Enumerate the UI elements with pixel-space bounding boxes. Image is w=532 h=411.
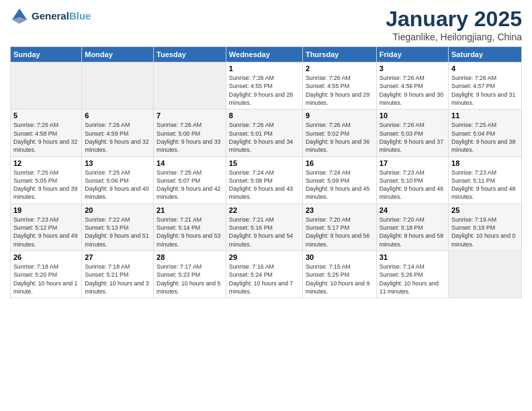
day-number: 22 [229, 206, 300, 214]
day-number: 3 [380, 64, 445, 73]
day-detail: Sunrise: 7:26 AM Sunset: 5:00 PM Dayligh… [157, 121, 223, 154]
day-detail: Sunrise: 7:21 AM Sunset: 5:14 PM Dayligh… [157, 216, 223, 248]
day-number: 10 [380, 111, 445, 120]
col-wednesday: Wednesday [226, 47, 302, 62]
col-monday: Monday [82, 47, 154, 62]
day-detail: Sunrise: 7:25 AM Sunset: 5:06 PM Dayligh… [85, 169, 150, 201]
day-detail: Sunrise: 7:26 AM Sunset: 5:01 PM Dayligh… [229, 121, 300, 154]
day-detail: Sunrise: 7:22 AM Sunset: 5:13 PM Dayligh… [85, 216, 150, 248]
day-detail: Sunrise: 7:20 AM Sunset: 5:18 PM Dayligh… [380, 216, 445, 248]
logo-text: GeneralBlue [32, 10, 91, 21]
day-detail: Sunrise: 7:25 AM Sunset: 5:07 PM Dayligh… [157, 169, 223, 201]
day-detail: Sunrise: 7:23 AM Sunset: 5:12 PM Dayligh… [13, 216, 79, 248]
col-sunday: Sunday [11, 47, 82, 62]
day-cell: 5Sunrise: 7:26 AM Sunset: 4:58 PM Daylig… [11, 109, 82, 156]
day-cell: 11Sunrise: 7:25 AM Sunset: 5:04 PM Dayli… [449, 109, 522, 156]
day-detail: Sunrise: 7:26 AM Sunset: 4:55 PM Dayligh… [229, 74, 300, 107]
day-number: 28 [157, 253, 223, 261]
day-cell: 26Sunrise: 7:18 AM Sunset: 5:20 PM Dayli… [11, 251, 82, 298]
day-number: 29 [229, 253, 300, 261]
col-friday: Friday [376, 47, 448, 62]
day-number: 5 [13, 111, 79, 120]
day-cell: 1Sunrise: 7:26 AM Sunset: 4:55 PM Daylig… [226, 62, 302, 109]
day-cell: 31Sunrise: 7:14 AM Sunset: 5:26 PM Dayli… [376, 251, 448, 298]
day-cell [82, 62, 154, 109]
day-cell: 24Sunrise: 7:20 AM Sunset: 5:18 PM Dayli… [376, 203, 448, 250]
day-detail: Sunrise: 7:16 AM Sunset: 5:24 PM Dayligh… [229, 263, 300, 295]
day-number: 24 [380, 206, 445, 214]
week-row-4: 19Sunrise: 7:23 AM Sunset: 5:12 PM Dayli… [11, 203, 522, 250]
day-number: 11 [451, 111, 519, 120]
day-number: 20 [85, 206, 150, 214]
title-block: January 2025 Tieganlike, Heilongjiang, C… [386, 7, 522, 42]
week-row-3: 12Sunrise: 7:25 AM Sunset: 5:05 PM Dayli… [11, 156, 522, 203]
header: GeneralBlue January 2025 Tieganlike, Hei… [10, 7, 522, 42]
day-number: 14 [157, 159, 223, 167]
day-detail: Sunrise: 7:18 AM Sunset: 5:20 PM Dayligh… [13, 263, 79, 295]
day-number: 30 [306, 253, 373, 261]
day-detail: Sunrise: 7:14 AM Sunset: 5:26 PM Dayligh… [380, 263, 445, 295]
day-number: 2 [306, 64, 373, 73]
day-detail: Sunrise: 7:26 AM Sunset: 4:58 PM Dayligh… [13, 121, 79, 154]
day-number: 31 [380, 253, 445, 261]
day-number: 18 [451, 159, 519, 167]
day-detail: Sunrise: 7:26 AM Sunset: 5:03 PM Dayligh… [380, 121, 445, 154]
day-detail: Sunrise: 7:15 AM Sunset: 5:25 PM Dayligh… [306, 263, 373, 295]
day-detail: Sunrise: 7:26 AM Sunset: 4:55 PM Dayligh… [306, 74, 373, 107]
day-cell: 30Sunrise: 7:15 AM Sunset: 5:25 PM Dayli… [302, 251, 376, 298]
day-cell: 25Sunrise: 7:19 AM Sunset: 5:19 PM Dayli… [449, 203, 522, 250]
day-detail: Sunrise: 7:21 AM Sunset: 5:16 PM Dayligh… [229, 216, 300, 248]
logo-icon [10, 7, 29, 26]
day-detail: Sunrise: 7:17 AM Sunset: 5:23 PM Dayligh… [157, 263, 223, 295]
day-cell: 21Sunrise: 7:21 AM Sunset: 5:14 PM Dayli… [154, 203, 226, 250]
day-cell: 20Sunrise: 7:22 AM Sunset: 5:13 PM Dayli… [82, 203, 154, 250]
day-detail: Sunrise: 7:26 AM Sunset: 4:56 PM Dayligh… [380, 74, 445, 107]
col-saturday: Saturday [449, 47, 522, 62]
day-detail: Sunrise: 7:26 AM Sunset: 4:59 PM Dayligh… [85, 121, 150, 154]
header-row: Sunday Monday Tuesday Wednesday Thursday… [11, 47, 522, 62]
day-detail: Sunrise: 7:18 AM Sunset: 5:21 PM Dayligh… [85, 263, 150, 295]
day-cell [154, 62, 226, 109]
day-cell: 6Sunrise: 7:26 AM Sunset: 4:59 PM Daylig… [82, 109, 154, 156]
day-number: 9 [306, 111, 373, 120]
day-cell: 22Sunrise: 7:21 AM Sunset: 5:16 PM Dayli… [226, 203, 302, 250]
day-detail: Sunrise: 7:26 AM Sunset: 5:02 PM Dayligh… [306, 121, 373, 154]
day-detail: Sunrise: 7:24 AM Sunset: 5:08 PM Dayligh… [229, 169, 300, 201]
day-cell: 12Sunrise: 7:25 AM Sunset: 5:05 PM Dayli… [11, 156, 82, 203]
day-number: 27 [85, 253, 150, 261]
day-number: 7 [157, 111, 223, 120]
calendar-table: Sunday Monday Tuesday Wednesday Thursday… [10, 46, 522, 298]
day-number: 6 [85, 111, 150, 120]
day-cell: 27Sunrise: 7:18 AM Sunset: 5:21 PM Dayli… [82, 251, 154, 298]
week-row-2: 5Sunrise: 7:26 AM Sunset: 4:58 PM Daylig… [11, 109, 522, 156]
day-detail: Sunrise: 7:19 AM Sunset: 5:19 PM Dayligh… [451, 216, 519, 248]
day-detail: Sunrise: 7:23 AM Sunset: 5:10 PM Dayligh… [380, 169, 445, 201]
week-row-1: 1Sunrise: 7:26 AM Sunset: 4:55 PM Daylig… [11, 62, 522, 109]
day-detail: Sunrise: 7:26 AM Sunset: 4:57 PM Dayligh… [451, 74, 519, 107]
page: GeneralBlue January 2025 Tieganlike, Hei… [0, 0, 532, 411]
day-number: 21 [157, 206, 223, 214]
day-cell: 18Sunrise: 7:23 AM Sunset: 5:11 PM Dayli… [449, 156, 522, 203]
day-detail: Sunrise: 7:20 AM Sunset: 5:17 PM Dayligh… [306, 216, 373, 248]
day-cell [11, 62, 82, 109]
day-cell: 16Sunrise: 7:24 AM Sunset: 5:09 PM Dayli… [302, 156, 376, 203]
day-number: 17 [380, 159, 445, 167]
logo: GeneralBlue [10, 7, 91, 26]
day-number: 12 [13, 159, 79, 167]
day-detail: Sunrise: 7:25 AM Sunset: 5:05 PM Dayligh… [13, 169, 79, 201]
day-cell: 8Sunrise: 7:26 AM Sunset: 5:01 PM Daylig… [226, 109, 302, 156]
day-number: 13 [85, 159, 150, 167]
main-title: January 2025 [386, 7, 522, 32]
day-detail: Sunrise: 7:23 AM Sunset: 5:11 PM Dayligh… [451, 169, 519, 201]
day-cell: 7Sunrise: 7:26 AM Sunset: 5:00 PM Daylig… [154, 109, 226, 156]
subtitle: Tieganlike, Heilongjiang, China [386, 32, 522, 42]
day-cell: 23Sunrise: 7:20 AM Sunset: 5:17 PM Dayli… [302, 203, 376, 250]
day-cell [449, 251, 522, 298]
day-number: 8 [229, 111, 300, 120]
day-cell: 15Sunrise: 7:24 AM Sunset: 5:08 PM Dayli… [226, 156, 302, 203]
day-number: 16 [306, 159, 373, 167]
day-detail: Sunrise: 7:24 AM Sunset: 5:09 PM Dayligh… [306, 169, 373, 201]
day-number: 26 [13, 253, 79, 261]
day-cell: 28Sunrise: 7:17 AM Sunset: 5:23 PM Dayli… [154, 251, 226, 298]
day-cell: 9Sunrise: 7:26 AM Sunset: 5:02 PM Daylig… [302, 109, 376, 156]
